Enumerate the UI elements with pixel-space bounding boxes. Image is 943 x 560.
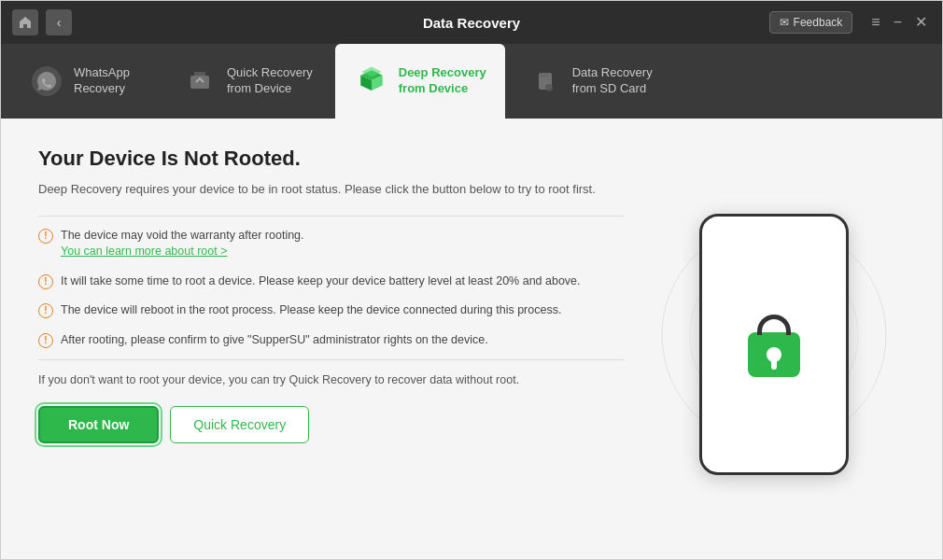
tab-sdcard[interactable]: Data Recoveryfrom SD Card	[509, 44, 671, 119]
svg-rect-9	[543, 73, 545, 77]
titlebar-left: ‹	[12, 9, 72, 35]
feedback-button[interactable]: ✉ Feedback	[769, 11, 853, 34]
button-row: Root Now Quick Recovery	[38, 406, 625, 443]
divider-bottom	[38, 359, 625, 360]
tab-quick[interactable]: Quick Recoveryfrom Device	[163, 44, 331, 119]
tab-deep[interactable]: Deep Recoveryfrom Device	[335, 44, 505, 119]
warning-list: ! The device may void the warranty after…	[38, 228, 625, 349]
sdcard-icon	[528, 63, 563, 99]
root-learn-more-link[interactable]: You can learn more about root >	[61, 245, 227, 258]
left-panel: Your Device Is Not Rooted. Deep Recovery…	[38, 147, 625, 542]
warning-item-2: ! It will take some time to root a devic…	[38, 273, 625, 290]
tab-sdcard-label: Data Recoveryfrom SD Card	[572, 65, 653, 97]
warning-text-1: The device may void the warranty after r…	[61, 228, 304, 260]
warning-icon-3: !	[38, 303, 53, 318]
svg-point-11	[545, 84, 553, 91]
home-button[interactable]	[12, 9, 38, 35]
svg-rect-2	[194, 72, 205, 76]
lock-illustration	[748, 312, 800, 377]
divider-top	[38, 216, 625, 217]
whatsapp-icon	[29, 63, 64, 99]
app-title: Data Recovery	[423, 15, 520, 31]
close-button[interactable]: ✕	[911, 13, 931, 32]
warning-text-4: After rooting, please confirm to give "S…	[61, 332, 488, 349]
footer-text: If you don't want to root your device, y…	[38, 371, 625, 389]
warning-item-4: ! After rooting, please confirm to give …	[38, 332, 625, 349]
tab-whatsapp-label: WhatsAppRecovery	[74, 65, 130, 97]
page-heading: Your Device Is Not Rooted.	[38, 147, 625, 171]
lock-shackle	[757, 315, 791, 335]
quick-recovery-button[interactable]: Quick Recovery	[170, 406, 309, 443]
menu-button[interactable]: ≡	[867, 13, 883, 32]
page-description: Deep Recovery requires your device to be…	[38, 180, 625, 199]
mail-icon: ✉	[780, 16, 789, 29]
quick-recovery-icon	[182, 63, 218, 99]
window-controls: ≡ − ✕	[867, 13, 931, 32]
lock-keyhole	[767, 347, 781, 362]
main-content: Your Device Is Not Rooted. Deep Recovery…	[1, 119, 942, 560]
tab-whatsapp[interactable]: WhatsAppRecovery	[10, 44, 160, 119]
right-panel	[643, 147, 905, 542]
warning-icon-2: !	[38, 274, 53, 289]
chevron-left-icon: ‹	[57, 15, 62, 30]
deep-recovery-icon	[354, 63, 389, 99]
svg-rect-8	[541, 73, 542, 77]
warning-text-3: The device will reboot in the root proce…	[61, 302, 561, 319]
phone-illustration	[681, 195, 867, 494]
phone-frame	[699, 214, 849, 475]
lock-body	[748, 332, 800, 377]
titlebar: ‹ Data Recovery ✉ Feedback ≡ − ✕	[1, 1, 942, 44]
titlebar-right: ✉ Feedback ≡ − ✕	[769, 11, 931, 34]
navigation-tabs: WhatsAppRecovery Quick Recoveryfrom Devi…	[1, 44, 942, 119]
tab-quick-label: Quick Recoveryfrom Device	[227, 65, 313, 97]
tab-deep-label: Deep Recoveryfrom Device	[399, 65, 486, 97]
back-button[interactable]: ‹	[46, 9, 72, 35]
warning-item-3: ! The device will reboot in the root pro…	[38, 302, 625, 319]
warning-text-2: It will take some time to root a device.…	[61, 273, 581, 290]
warning-item-1: ! The device may void the warranty after…	[38, 228, 625, 260]
root-now-button[interactable]: Root Now	[38, 406, 159, 443]
warning-icon-1: !	[38, 229, 53, 244]
warning-icon-4: !	[38, 333, 53, 348]
svg-rect-10	[546, 73, 548, 77]
minimize-button[interactable]: −	[890, 13, 906, 32]
